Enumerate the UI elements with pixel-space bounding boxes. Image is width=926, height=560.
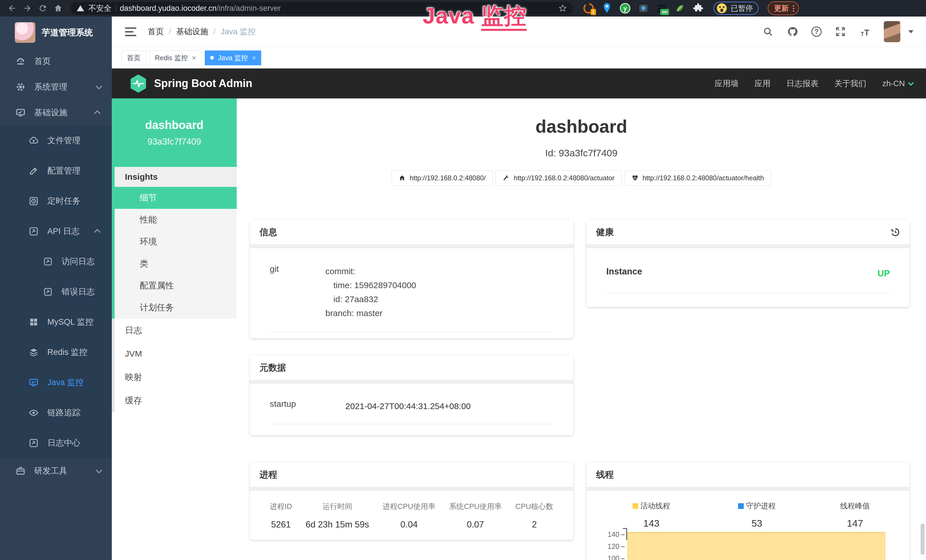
chevron-down-icon — [96, 83, 102, 89]
pin-extension-icon[interactable] — [601, 3, 613, 14]
sidebar-item-tracing[interactable]: 链路追踪 — [0, 398, 112, 428]
y-tick-label: 140 — [601, 530, 619, 539]
breadcrumb-infrastructure[interactable]: 基础设施 — [176, 26, 208, 37]
puzzle-extensions-icon[interactable] — [692, 3, 704, 14]
live-threads-area-series — [627, 532, 885, 560]
threads-stats: 活动线程 143 守护进程 53 线程峰值 147 — [586, 491, 910, 529]
sidebar-item-file-management[interactable]: 文件管理 — [0, 126, 112, 156]
bookmark-star-icon[interactable] — [558, 4, 567, 12]
sidebar-item-config-management[interactable]: 配置管理 — [0, 156, 112, 186]
browser-menu-icon[interactable] — [793, 5, 794, 12]
url-text: dashboard.yudao.iocoder.cn/infra/admin-s… — [120, 4, 281, 13]
list-on-extension-icon[interactable]: on — [656, 3, 667, 14]
tab-redis-monitor[interactable]: Redis 监控 × — [150, 50, 201, 65]
sidebar-item-system[interactable]: 系统管理 — [0, 74, 112, 100]
sidebar-item-dev-tools[interactable]: 研发工具 — [0, 458, 112, 484]
process-col-proc-cpu: 进程CPU使用率0.04 — [383, 501, 436, 530]
font-size-icon[interactable]: TT — [859, 26, 871, 37]
close-icon[interactable]: × — [192, 54, 196, 61]
sba-item-config-props[interactable]: 配置属性 — [112, 275, 237, 297]
back-icon[interactable] — [6, 2, 18, 15]
sba-brand[interactable]: Spring Boot Admin — [130, 74, 253, 93]
github-icon[interactable] — [787, 26, 798, 37]
breadcrumb-separator: / — [213, 27, 216, 36]
group-accent-strip — [112, 167, 115, 319]
sba-item-caches[interactable]: 缓存 — [112, 389, 237, 412]
health-instance-row: Instance UP — [606, 266, 890, 293]
infrastructure-submenu: 文件管理 配置管理 定时任务 API 日志 访问日志 — [0, 126, 112, 458]
security-warning-icon[interactable] — [76, 4, 85, 12]
app-title: 芋道管理系统 — [42, 27, 93, 38]
page-scrollbar-thumb[interactable] — [921, 524, 924, 555]
sba-header: Spring Boot Admin 应用墙 应用 日志报表 关于我们 zh-CN — [112, 68, 926, 98]
tab-java-monitor[interactable]: Java 监控 × — [205, 50, 261, 65]
help-icon[interactable]: ? — [811, 27, 822, 37]
sba-item-classes[interactable]: 类 — [112, 253, 237, 275]
leaf-extension-icon[interactable] — [674, 3, 685, 14]
app-logo[interactable]: 芋道管理系统 — [0, 17, 112, 48]
startup-row: startup 2021-04-27T00:44:31.254+08:00 — [270, 399, 553, 424]
process-col-sys-cpu: 系统CPU使用率0.07 — [449, 501, 502, 530]
history-icon[interactable] — [890, 227, 900, 238]
sba-item-scheduled-tasks[interactable]: 计划任务 — [112, 297, 237, 319]
sba-instance-header[interactable]: dashboard 93a3fc7f7409 — [112, 98, 237, 167]
sidebar-item-mysql-monitor[interactable]: MySQL 监控 — [0, 307, 112, 337]
sidebar-item-home[interactable]: 首页 — [0, 48, 112, 74]
sidebar-item-redis-monitor[interactable]: Redis 监控 — [0, 337, 112, 368]
sidebar-item-log-center[interactable]: 日志中心 — [0, 428, 112, 458]
y-extension-icon[interactable]: y — [619, 3, 631, 14]
gem-extension-icon[interactable] — [638, 3, 649, 14]
process-table: 进程ID5261 运行时间6d 23h 15m 59s 进程CPU使用率0.04… — [270, 491, 553, 530]
sidebar-item-error-log[interactable]: 错误日志 — [0, 277, 112, 307]
sba-nav-journal[interactable]: 日志报表 — [787, 78, 819, 89]
sba-item-metrics[interactable]: 性能 — [112, 209, 237, 231]
sidebar-item-api-log[interactable]: API 日志 — [0, 216, 112, 247]
avatar-caret-icon[interactable] — [908, 30, 914, 33]
close-icon[interactable]: × — [252, 54, 256, 61]
fullscreen-icon[interactable] — [835, 26, 846, 37]
root-group: 日志 JVM 映射 缓存 — [112, 319, 237, 412]
sba-nav-wall[interactable]: 应用墙 — [715, 78, 738, 89]
sidebar-item-access-log[interactable]: 访问日志 — [0, 247, 112, 277]
threads-chart: 140 120 100 — [586, 532, 910, 560]
sba-item-environment[interactable]: 环境 — [112, 231, 237, 253]
health-url-button[interactable]: http://192.168.0.2:48080/actuator/health — [625, 170, 771, 186]
sidebar-item-infrastructure[interactable]: 基础设施 — [0, 100, 112, 126]
chevron-down-icon — [908, 80, 914, 86]
tab-home[interactable]: 首页 — [121, 50, 146, 65]
reload-icon[interactable] — [36, 2, 49, 15]
avatar[interactable] — [884, 21, 900, 42]
update-button[interactable]: 更新 — [768, 2, 799, 15]
log-edit-icon — [43, 257, 53, 266]
paused-label: 已暂停 — [731, 3, 753, 14]
collapse-sidebar-icon[interactable] — [122, 24, 139, 39]
service-url-button[interactable]: http://192.168.0.2:48080/ — [392, 170, 493, 186]
stat-daemon-threads: 守护进程 53 — [708, 501, 806, 529]
health-card: 健康 Instance UP — [586, 219, 910, 307]
breadcrumb-home[interactable]: 首页 — [148, 26, 164, 37]
actuator-url-button[interactable]: http://192.168.0.2:48080/actuator — [496, 170, 622, 186]
instance-links: http://192.168.0.2:48080/ http://192.168… — [237, 170, 926, 186]
timer-icon — [29, 196, 39, 206]
forward-icon[interactable] — [21, 2, 34, 15]
sidebar-item-scheduled-jobs[interactable]: 定时任务 — [0, 186, 112, 216]
sidebar-item-java-monitor[interactable]: Java 监控 — [0, 368, 112, 398]
sba-language-select[interactable]: zh-CN — [882, 79, 912, 88]
active-dot-icon — [210, 56, 214, 60]
monitor-icon — [15, 108, 26, 118]
sba-item-jvm[interactable]: JVM — [112, 342, 237, 365]
sba-nav-about[interactable]: 关于我们 — [834, 78, 866, 89]
search-icon[interactable] — [762, 26, 774, 37]
briefcase-icon — [15, 466, 26, 476]
profile-paused-chip[interactable]: 已暂停 — [714, 2, 759, 15]
home-nav-icon[interactable] — [52, 2, 65, 15]
gear-icon — [15, 82, 26, 92]
sba-item-mappings[interactable]: 映射 — [112, 365, 237, 389]
security-label: 不安全 — [88, 3, 112, 14]
sba-nav-applications[interactable]: 应用 — [755, 78, 770, 89]
adblock-extension-icon[interactable]: 1 — [583, 3, 594, 14]
sba-item-logs[interactable]: 日志 — [112, 319, 237, 342]
cloud-upload-icon — [29, 136, 39, 145]
sba-item-details[interactable]: 细节 — [112, 187, 237, 209]
sba-content: dashboard Id: 93a3fc7f7409 http://192.16… — [237, 98, 926, 560]
